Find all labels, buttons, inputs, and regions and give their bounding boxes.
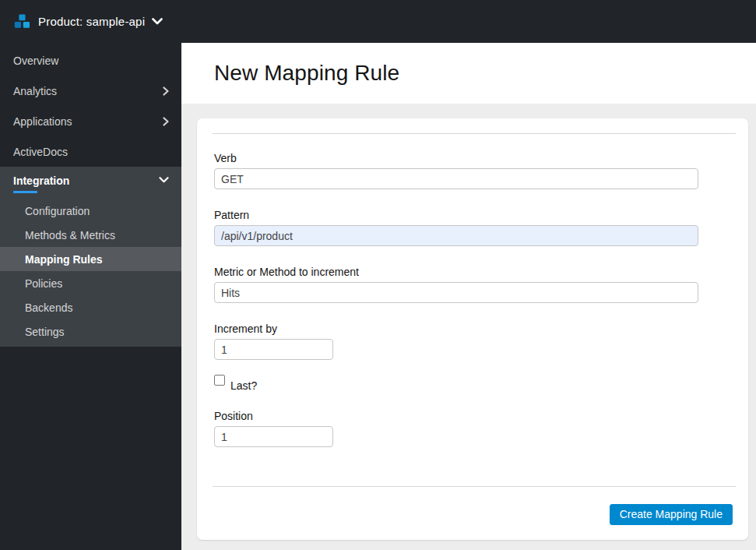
product-context-selector[interactable]: Product: sample-api: [38, 15, 145, 28]
sidebar-item-label: Methods & Metrics: [25, 229, 115, 242]
sidebar-item-activedocs[interactable]: ActiveDocs: [0, 136, 181, 167]
sidebar-item-policies[interactable]: Policies: [0, 271, 181, 295]
position-input[interactable]: [214, 426, 333, 447]
pattern-field-group: Pattern: [214, 209, 736, 246]
active-section-indicator: [13, 191, 37, 193]
sidebar-item-configuration[interactable]: Configuration: [0, 199, 181, 223]
sidebar-item-label: Backends: [25, 301, 72, 314]
sidebar-nav: Overview Analytics Applications ActiveDo…: [0, 43, 181, 550]
sidebar-item-settings[interactable]: Settings: [0, 319, 181, 344]
create-mapping-rule-button[interactable]: Create Mapping Rule: [610, 504, 733, 525]
sidebar-item-label: Overview: [13, 55, 58, 67]
sidebar-section-integration: Integration Configuration Methods & Metr…: [0, 167, 181, 347]
metric-label: Metric or Method to increment: [214, 266, 736, 278]
position-field-group: Position: [214, 410, 736, 447]
increment-field-group: Increment by: [214, 323, 736, 360]
sidebar-item-label: Policies: [25, 277, 62, 290]
mapping-rule-form-card: Verb Pattern Metric or Method to increme…: [197, 118, 748, 540]
chevron-right-icon: [163, 86, 169, 96]
pattern-input[interactable]: [214, 225, 698, 246]
form-footer-divider: [213, 486, 736, 487]
page-header: New Mapping Rule: [181, 43, 756, 104]
verb-field-group: Verb: [214, 152, 736, 189]
top-bar: Product: sample-api: [0, 0, 756, 43]
sidebar-item-analytics[interactable]: Analytics: [0, 76, 181, 106]
integration-submenu: Configuration Methods & Metrics Mapping …: [0, 199, 181, 347]
page-title: New Mapping Rule: [214, 61, 399, 86]
last-checkbox[interactable]: [214, 375, 225, 386]
sidebar-item-label: Applications: [13, 115, 72, 128]
pattern-label: Pattern: [214, 209, 736, 221]
sidebar-item-label: ActiveDocs: [13, 146, 68, 158]
chevron-down-icon[interactable]: [152, 18, 163, 25]
sidebar-item-label: Integration: [13, 175, 69, 187]
form-actions: Create Mapping Rule: [213, 504, 736, 525]
verb-label: Verb: [214, 152, 736, 164]
sidebar-item-methods-metrics[interactable]: Methods & Metrics: [0, 223, 181, 247]
sidebar-item-overview[interactable]: Overview: [0, 45, 181, 76]
sidebar-item-label: Analytics: [13, 85, 57, 97]
main-content: Verb Pattern Metric or Method to increme…: [181, 104, 756, 550]
last-field-group: Last?: [214, 375, 736, 392]
chevron-down-icon: [159, 177, 169, 183]
metric-field-group: Metric or Method to increment: [214, 266, 736, 303]
last-label: Last?: [230, 379, 257, 392]
increment-by-label: Increment by: [214, 323, 736, 335]
threescale-logo-icon: [14, 14, 30, 29]
new-mapping-rule-form: Verb Pattern Metric or Method to increme…: [213, 134, 736, 447]
sidebar-item-label: Mapping Rules: [25, 253, 103, 266]
sidebar-item-backends[interactable]: Backends: [0, 295, 181, 319]
sidebar-item-label: Configuration: [25, 205, 90, 217]
sidebar-item-applications[interactable]: Applications: [0, 106, 181, 136]
verb-input[interactable]: [214, 168, 698, 189]
metric-input[interactable]: [214, 282, 698, 303]
sidebar-item-integration[interactable]: Integration: [0, 167, 181, 199]
increment-by-input[interactable]: [214, 339, 333, 360]
sidebar-item-label: Settings: [25, 326, 65, 338]
position-label: Position: [214, 410, 736, 422]
sidebar-item-mapping-rules[interactable]: Mapping Rules: [0, 247, 181, 271]
chevron-right-icon: [163, 117, 169, 126]
